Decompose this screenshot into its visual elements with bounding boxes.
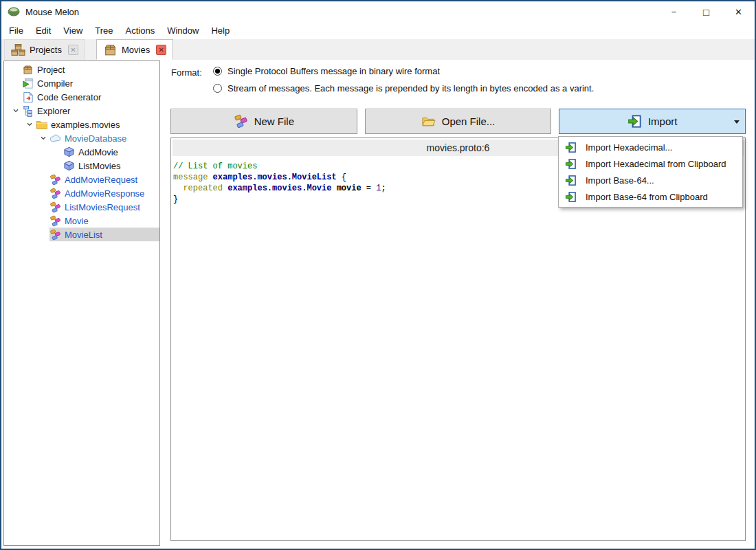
compiler-icon — [22, 78, 34, 89]
format-option-stream-label: Stream of messages. Each message is prep… — [227, 83, 594, 94]
tree-item-code-generator[interactable]: Code Generator — [4, 90, 159, 104]
boxes-icon — [11, 43, 25, 57]
tree-item-label: AddMovieResponse — [65, 188, 144, 199]
toolbar: New File Open File... Import — [170, 109, 746, 134]
codegen-icon — [22, 91, 34, 103]
tree-item-listmovies[interactable]: ListMovies — [4, 159, 159, 173]
tab-projects-label: Projects — [30, 45, 62, 55]
tree-item-body[interactable]: AddMovieRequest — [49, 173, 159, 186]
tree-item-project[interactable]: Project — [4, 63, 159, 76]
import-icon — [565, 191, 577, 203]
tree-item-body[interactable]: ListMoviesRequest — [49, 200, 159, 214]
tree-item-body[interactable]: Project — [22, 63, 159, 76]
tree-item-addmovierequest[interactable]: AddMovieRequest — [4, 173, 159, 186]
format-option-single[interactable]: Single Protocol Buffers message in binar… — [213, 66, 440, 76]
tree-item-label: Explorer — [37, 106, 70, 116]
tree-indent — [10, 63, 22, 76]
chevron-down-icon[interactable] — [10, 104, 22, 117]
new-file-button[interactable]: New File — [170, 109, 357, 134]
tree-item-movie[interactable]: Movie — [4, 214, 159, 228]
tree-item-moviedatabase[interactable]: MovieDatabase — [4, 131, 159, 145]
radio-unselected-icon[interactable] — [213, 84, 222, 93]
tree-indent — [51, 160, 63, 172]
tree-indent — [37, 201, 49, 213]
tree-item-body[interactable]: Code Generator — [22, 90, 159, 104]
tree-item-explorer[interactable]: Explorer — [4, 104, 159, 118]
tree-item-addmovieresponse[interactable]: AddMovieResponse — [4, 186, 159, 200]
chevron-down-icon[interactable] — [37, 132, 49, 144]
menu-item-window[interactable]: Window — [161, 23, 205, 38]
tree-item-compiler[interactable]: Compiler — [4, 76, 159, 90]
format-option-single-label: Single Protocol Buffers message in binar… — [227, 66, 440, 76]
format-label: Format: — [171, 67, 202, 78]
tree-item-label: MovieDatabase — [65, 133, 126, 144]
menu-item-file[interactable]: File — [3, 23, 30, 38]
radio-selected-icon[interactable] — [213, 67, 222, 76]
tree-item-listmoviesrequest[interactable]: ListMoviesRequest — [4, 200, 159, 214]
import-icon — [565, 142, 577, 153]
import-menu-item-label: Import Base-64 from Clipboard — [586, 192, 708, 202]
tree-item-addmovie[interactable]: AddMovie — [4, 145, 159, 159]
tree-item-body[interactable]: MovieList — [49, 228, 159, 241]
message-icon — [49, 174, 61, 186]
tab-movies-close-icon[interactable] — [156, 45, 166, 55]
tree-indent — [10, 91, 22, 103]
import-menu-item-label: Import Hexadecimal from Clipboard — [586, 159, 726, 169]
import-menu-item-label: Import Hexadecimal... — [586, 142, 672, 153]
dropdown-caret-icon[interactable] — [734, 120, 740, 124]
window-controls: − □ ✕ — [658, 1, 755, 22]
menu-item-tree[interactable]: Tree — [89, 23, 119, 38]
menu-item-view[interactable]: View — [57, 23, 89, 38]
tree-indent — [37, 173, 49, 186]
open-file-button[interactable]: Open File... — [365, 109, 552, 134]
tree-item-label: Project — [37, 65, 65, 75]
import-menu-item-0[interactable]: Import Hexadecimal... — [559, 139, 742, 155]
maximize-button[interactable]: □ — [690, 1, 722, 22]
close-button[interactable]: ✕ — [722, 1, 755, 22]
import-icon — [565, 158, 577, 170]
cube-icon — [63, 146, 75, 158]
tree-item-label: AddMovieRequest — [65, 175, 137, 185]
tree-item-body[interactable]: Explorer — [22, 104, 159, 118]
melon-app-icon — [8, 6, 20, 18]
box-icon — [103, 43, 118, 57]
minimize-button[interactable]: − — [658, 1, 690, 22]
new-file-button-label: New File — [254, 116, 294, 127]
tree-item-body[interactable]: Compiler — [22, 76, 159, 90]
import-icon — [627, 114, 642, 129]
format-option-stream[interactable]: Stream of messages. Each message is prep… — [213, 83, 594, 94]
tree-item-body[interactable]: AddMovie — [63, 145, 159, 159]
main-panel: Format: Single Protocol Buffers message … — [170, 60, 746, 547]
tab-projects-close-icon[interactable] — [68, 45, 78, 55]
tree-item-movielist[interactable]: MovieList — [4, 228, 159, 241]
tab-projects[interactable]: Projects — [4, 39, 85, 60]
menu-bar: FileEditViewTreeActionsWindowHelp — [1, 22, 755, 39]
tree-item-body[interactable]: examples.movies — [36, 118, 159, 131]
tree-item-body[interactable]: Movie — [49, 214, 159, 228]
tree-indent — [37, 214, 49, 227]
menu-item-edit[interactable]: Edit — [30, 23, 57, 38]
menu-item-actions[interactable]: Actions — [120, 23, 162, 38]
folder-icon — [36, 119, 47, 131]
import-menu-item-1[interactable]: Import Hexadecimal from Clipboard — [559, 155, 742, 172]
tree-item-body[interactable]: MovieDatabase — [49, 131, 159, 145]
import-menu-item-2[interactable]: Import Base-64... — [559, 172, 742, 188]
chevron-down-icon[interactable] — [23, 118, 36, 131]
message-icon — [49, 201, 61, 213]
tree-item-label: Movie — [65, 216, 89, 226]
tree-item-label: ListMovies — [78, 161, 120, 171]
import-menu-item-label: Import Base-64... — [586, 175, 654, 186]
tree-item-label: Compiler — [37, 78, 73, 89]
open-file-button-label: Open File... — [442, 116, 496, 127]
tree-item-body[interactable]: ListMovies — [63, 159, 159, 173]
tree-item-body[interactable]: AddMovieResponse — [49, 186, 159, 200]
tab-movies[interactable]: Movies — [96, 39, 173, 60]
open-folder-icon — [421, 114, 436, 129]
tree-indent — [37, 228, 49, 241]
title-bar: Mouse Melon − □ ✕ — [1, 1, 755, 22]
menu-item-help[interactable]: Help — [205, 23, 236, 38]
import-button[interactable]: Import — [559, 109, 746, 134]
import-menu-item-3[interactable]: Import Base-64 from Clipboard — [559, 188, 742, 205]
message-icon — [234, 114, 248, 129]
tree-item-examples-movies[interactable]: examples.movies — [4, 118, 159, 131]
